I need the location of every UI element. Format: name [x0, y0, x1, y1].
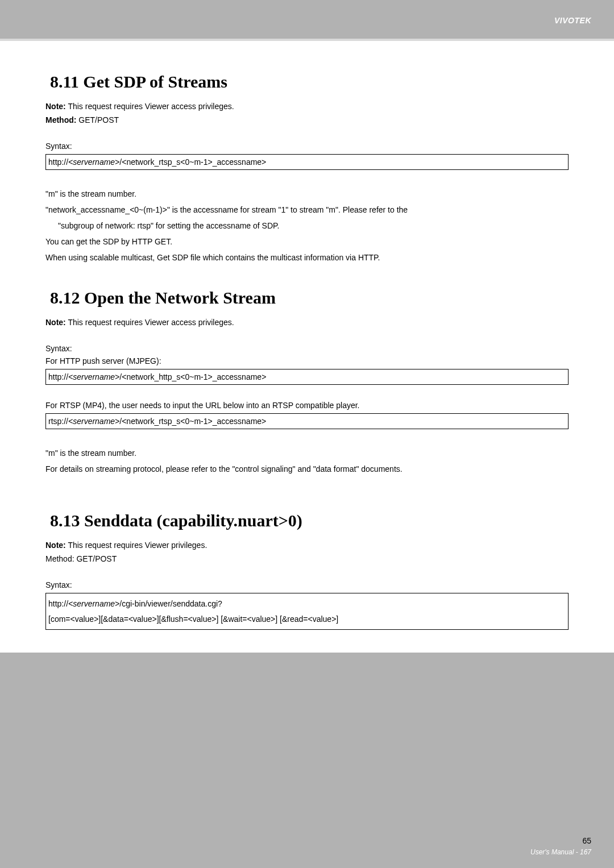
brand-label: VIVOTEK — [554, 16, 591, 25]
note-text-2: This request requires Viewer access priv… — [66, 318, 234, 327]
body-text-1: "m" is the stream number. "network_acces… — [45, 186, 569, 265]
syntax-prefix: http:// — [48, 157, 68, 167]
syntax-box-3: http://<servername>/cgi-bin/viewer/sendd… — [45, 593, 569, 630]
syntax-params-3: [com=<value>][&data=<value>][&flush=<val… — [48, 612, 566, 627]
note-line-1: Note: This request requires Viewer acces… — [45, 102, 569, 111]
method-label: Method: — [45, 115, 76, 124]
syntax-servername-3: <servername> — [68, 599, 119, 608]
note-label-3: Note: — [45, 541, 66, 550]
syntax-label-3: Syntax: — [45, 580, 569, 589]
syntax-prefix-2a: http:// — [48, 372, 68, 381]
note-line-3: Note: This request requires Viewer privi… — [45, 541, 569, 550]
section-heading-8-11: 8.11 Get SDP of Streams — [50, 72, 569, 92]
page-content: 8.11 Get SDP of Streams Note: This reque… — [0, 41, 614, 653]
para-protocol-details: For details on streaming protocol, pleas… — [45, 461, 569, 477]
para-http-get: You can get the SDP by HTTP GET. — [45, 234, 569, 250]
para-multicast: When using scalable multicast, Get SDP f… — [45, 250, 569, 265]
syntax-servername: <servername> — [68, 157, 119, 167]
syntax-prefix-3: http:// — [48, 599, 68, 608]
syntax-suffix-2a: /<network_http_s<0~m-1>_accessname> — [119, 372, 266, 381]
syntax-box-2b: rtsp://<servername>/<network_rtsp_s<0~m-… — [45, 413, 569, 429]
section-heading-8-13: 8.13 Senddata (capability.nuart>0) — [50, 511, 569, 530]
syntax-prefix-2b: rtsp:// — [48, 417, 68, 426]
note-line-2: Note: This request requires Viewer acces… — [45, 318, 569, 327]
footer-manual-text: User's Manual - 167 — [530, 848, 591, 856]
method-line-3: Method: GET/POST — [45, 554, 569, 563]
para-accessname: "network_accessname_<0~(m-1)>" is the ac… — [45, 202, 569, 218]
para-m-stream-2: "m" is the stream number. — [45, 445, 569, 461]
body-text-2: "m" is the stream number. For details on… — [45, 445, 569, 477]
sub-label-rtsp: For RTSP (MP4), the user needs to input … — [45, 401, 569, 410]
method-text: GET/POST — [76, 115, 119, 124]
note-text-3: This request requires Viewer privileges. — [66, 541, 208, 550]
note-label: Note: — [45, 102, 66, 111]
footer: 65 User's Manual - 167 — [530, 836, 591, 857]
syntax-servername-2b: <servername> — [68, 417, 119, 426]
syntax-box-2a: http://<servername>/<network_http_s<0~m-… — [45, 369, 569, 385]
note-label-2: Note: — [45, 318, 66, 327]
para-m-stream: "m" is the stream number. — [45, 186, 569, 202]
syntax-box-1: http://<servername>/<network_rtsp_s<0~m-… — [45, 154, 569, 170]
header-band: VIVOTEK — [0, 0, 614, 39]
footer-page-num: 65 — [530, 836, 591, 845]
note-text: This request requires Viewer access priv… — [66, 102, 234, 111]
para-accessname-indent: "subgroup of network: rtsp" for setting … — [45, 218, 569, 234]
section-heading-8-12: 8.12 Open the Network Stream — [50, 288, 569, 308]
syntax-label-2: Syntax: — [45, 344, 569, 353]
syntax-servername-2a: <servername> — [68, 372, 119, 381]
syntax-suffix-3: /cgi-bin/viewer/senddata.cgi? — [119, 599, 222, 608]
syntax-label-1: Syntax: — [45, 142, 569, 151]
syntax-suffix: /<network_rtsp_s<0~m-1>_accessname> — [119, 157, 266, 167]
sub-label-mjpeg: For HTTP push server (MJPEG): — [45, 356, 569, 366]
syntax-suffix-2b: /<network_rtsp_s<0~m-1>_accessname> — [119, 417, 266, 426]
method-line-1: Method: GET/POST — [45, 115, 569, 124]
